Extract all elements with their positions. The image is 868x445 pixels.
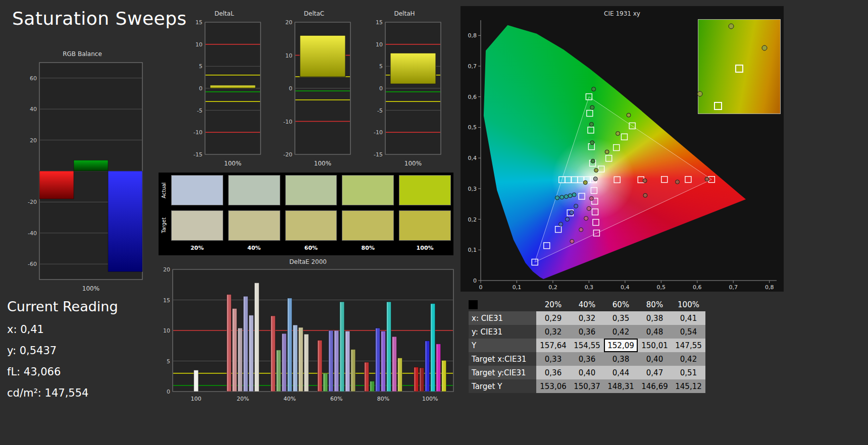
- swatch-col-label: 80%: [339, 243, 396, 254]
- delta-h-plot: 151050-5-10-15100%: [366, 18, 443, 170]
- rgb-balance-svg: 604020-20-40-60100%: [19, 59, 145, 296]
- table-cell[interactable]: 154,55: [570, 339, 604, 352]
- swatch-row-label: Actual: [159, 173, 169, 208]
- table-cell[interactable]: 150,01: [638, 339, 672, 352]
- table-cell[interactable]: 0,38: [604, 352, 638, 366]
- y-tick-label: 60: [30, 75, 37, 82]
- reading-y: y: 0,5437: [7, 345, 118, 357]
- y-tick-label: 5: [199, 63, 202, 70]
- delta-bar: [210, 85, 256, 88]
- deltae-2000-svg: 2015105010020%40%60%80%100%: [160, 266, 456, 410]
- swatch-row-label: Target: [159, 208, 169, 243]
- table-cell[interactable]: 146,69: [638, 379, 672, 393]
- table-cell[interactable]: 0,33: [536, 352, 570, 366]
- swatch-target-20%: [171, 210, 223, 241]
- y-tick-label: 0,7: [468, 63, 477, 70]
- x-tick-label: 0,6: [693, 284, 702, 291]
- measurement-marker: [572, 193, 576, 197]
- swatch-col-label: 60%: [283, 243, 340, 254]
- y-tick-label: -40: [28, 230, 37, 237]
- table-cell[interactable]: 152,09: [604, 339, 638, 352]
- delta-l-chart: DeltaL 151050-5-10-15100%: [186, 10, 263, 170]
- y-tick-label: 0,8: [468, 32, 477, 39]
- table-cell[interactable]: 0,38: [638, 311, 672, 325]
- measurement-marker: [570, 210, 574, 214]
- measurement-marker: [605, 150, 609, 154]
- table-cell[interactable]: 0,44: [604, 366, 638, 379]
- swatch-target-80%: [342, 210, 394, 241]
- column-header: 80%: [638, 298, 672, 311]
- group-label: 80%: [377, 396, 389, 402]
- y-tick-label: -20: [28, 199, 37, 205]
- app-root: Saturation Sweeps RGB Balance 604020-20-…: [0, 0, 868, 445]
- measurement-marker: [564, 195, 568, 199]
- swatch-actual-80%: [342, 175, 394, 205]
- delta-h-title: DeltaH: [366, 10, 443, 18]
- table-cell[interactable]: 157,64: [536, 339, 570, 352]
- swatch-target-60%: [285, 210, 337, 241]
- measurement-marker: [579, 228, 583, 232]
- measurement-marker: [584, 216, 588, 220]
- table-cell[interactable]: 0,32: [536, 325, 570, 339]
- y-tick-label: 0: [199, 85, 202, 92]
- delta-c-chart: DeltaC 20100-10-20100%: [276, 10, 352, 170]
- x-label: 100%: [314, 160, 331, 167]
- rgb-balance-plot: 604020-20-40-60100%: [19, 59, 145, 296]
- delta-c-svg: 20100-10-20100%: [276, 18, 352, 170]
- y-tick-label: 0,1: [468, 247, 477, 253]
- table-cell[interactable]: 0,36: [570, 352, 604, 366]
- table-cell[interactable]: 153,06: [536, 379, 570, 393]
- table-corner: [469, 298, 536, 311]
- cie-chart-panel: CIE 1931 xy 00,10,20,30,40,50,60,70,800,…: [461, 6, 784, 292]
- rgb-balance-title: RGB Balance: [19, 50, 145, 59]
- table-cell[interactable]: 148,31: [604, 379, 638, 393]
- inset-measurement-marker: [762, 45, 768, 50]
- row-label: Target x:CIE31: [469, 352, 536, 366]
- row-label: y: CIE31: [469, 325, 536, 339]
- y-tick-label: 0,3: [468, 186, 477, 192]
- x-tick-label: 0,4: [621, 284, 630, 291]
- delta-l-svg: 151050-5-10-15100%: [186, 18, 263, 170]
- table-cell[interactable]: 0,48: [638, 325, 672, 339]
- table-cell[interactable]: 0,32: [570, 311, 604, 325]
- measurement-marker: [643, 193, 647, 197]
- y-tick-label: -10: [193, 129, 202, 136]
- table-cell[interactable]: 0,54: [672, 325, 705, 339]
- measurement-marker: [627, 113, 631, 117]
- measurement-marker: [643, 179, 647, 183]
- y-tick-label: 10: [163, 327, 170, 334]
- deltae-2000-title: DeltaE 2000: [160, 258, 456, 266]
- table-cell[interactable]: 0,41: [672, 311, 705, 325]
- y-tick-label: -5: [377, 107, 383, 114]
- swatch-panel: ActualTarget20%40%60%80%100%: [159, 173, 453, 255]
- measurement-marker: [589, 196, 593, 200]
- group-label: 100: [191, 396, 201, 402]
- y-tick-label: 5: [379, 63, 383, 70]
- measurement-marker: [594, 168, 598, 172]
- swatch-col-label: 20%: [169, 243, 226, 254]
- y-tick-label: 40: [30, 106, 37, 113]
- table-cell[interactable]: 0,42: [604, 325, 638, 339]
- y-tick-label: 0: [289, 85, 292, 92]
- table-cell[interactable]: 0,47: [638, 366, 672, 379]
- swatch-actual-60%: [285, 175, 337, 205]
- y-tick-label: 15: [163, 297, 170, 304]
- table-cell[interactable]: 0,40: [570, 366, 604, 379]
- table-cell[interactable]: 0,36: [570, 325, 604, 339]
- column-header: 40%: [570, 298, 604, 311]
- swatch-target-40%: [228, 210, 280, 241]
- table-cell[interactable]: 0,36: [536, 366, 570, 379]
- table-cell[interactable]: 0,40: [638, 352, 672, 366]
- table-cell[interactable]: 150,37: [570, 379, 604, 393]
- table-cell[interactable]: 0,35: [604, 311, 638, 325]
- x-tick-label: 0: [479, 284, 483, 291]
- table-cell[interactable]: 0,42: [672, 352, 705, 366]
- table-cell[interactable]: 145,12: [672, 379, 705, 393]
- column-header: 20%: [536, 298, 570, 311]
- table-cell[interactable]: 147,55: [672, 339, 705, 352]
- table-cell[interactable]: 0,29: [536, 311, 570, 325]
- y-tick-label: 10: [285, 52, 292, 59]
- table-cell[interactable]: 0,51: [672, 366, 705, 379]
- reading-fl: fL: 43,066: [7, 366, 118, 378]
- y-tick-label: -10: [374, 129, 383, 136]
